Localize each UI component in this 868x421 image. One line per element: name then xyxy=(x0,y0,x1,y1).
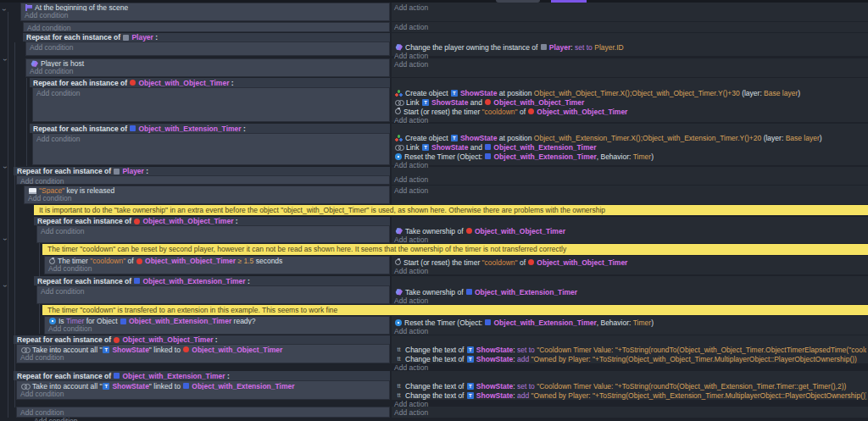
add-action-button[interactable]: Add action xyxy=(394,296,428,306)
add-condition-button[interactable]: Add condition xyxy=(27,24,389,32)
condition-begin-scene[interactable]: At the beginning of the scene xyxy=(25,4,389,11)
add-action-button[interactable]: Add action xyxy=(394,3,428,13)
condition-linked-showstate[interactable]: Take into account all "ShowState" linked… xyxy=(20,382,389,390)
text-segment: Object_with_Object_Timer xyxy=(138,79,229,87)
add-action-button[interactable]: Add action xyxy=(394,408,428,418)
add-condition-button[interactable]: Add condition xyxy=(28,194,389,203)
repeat-object-timer-header[interactable]: Repeat for each instance of Object_with_… xyxy=(14,335,390,344)
add-condition-button[interactable]: Add condition xyxy=(30,67,389,76)
action-link-showstate[interactable]: Link ShowState and Object_with_Object_Ti… xyxy=(394,97,866,107)
add-condition-button[interactable]: Add condition xyxy=(48,264,389,274)
action-reset-timer[interactable]: Reset the Timer (Object: Object_with_Ext… xyxy=(394,152,866,161)
add-action-button[interactable]: Add action xyxy=(394,23,428,32)
add-action-button[interactable]: Add action xyxy=(394,186,428,196)
text-segment: Start (or reset) the timer xyxy=(403,258,482,267)
text-segment: at position xyxy=(497,89,533,97)
text-segment: and xyxy=(468,98,484,107)
tt-icon xyxy=(395,383,403,390)
text-segment: Take ownership of xyxy=(405,288,465,296)
text-segment: Base layer xyxy=(764,89,798,97)
action-link-showstate[interactable]: Link ShowState and Object_with_Extension… xyxy=(394,142,866,152)
collapse-chevron-icon[interactable] xyxy=(2,58,8,65)
add-condition-button[interactable]: Add condition xyxy=(25,11,389,20)
repeat-object-timer-header[interactable]: Repeat for each instance of Object_with_… xyxy=(34,217,390,225)
create-icon xyxy=(395,90,403,97)
add-action-button[interactable]: Add action xyxy=(394,116,428,125)
add-condition-button[interactable]: Add condition xyxy=(41,287,389,296)
action-create-showstate[interactable]: Create object ShowState at position Obje… xyxy=(394,88,866,97)
add-condition-button[interactable]: Add condition xyxy=(30,43,389,53)
showstate-icon xyxy=(422,144,429,151)
collapse-chevron-icon[interactable] xyxy=(2,238,8,245)
add-action-button[interactable]: Add action xyxy=(394,175,428,185)
action-start-timer[interactable]: Start (or reset) the timer "cooldown" of… xyxy=(394,258,866,267)
add-condition-button[interactable]: Add condition xyxy=(20,390,389,399)
text-segment: "cooldown" xyxy=(482,108,518,116)
text-segment: Player is host xyxy=(41,60,84,67)
red-dot-icon xyxy=(528,259,534,265)
repeat-extension-timer-header[interactable]: Repeat for each instance of Object_with_… xyxy=(30,124,390,133)
text-segment: Link xyxy=(406,143,421,152)
add-action-button[interactable]: Add action xyxy=(394,363,428,373)
event-action-area xyxy=(392,58,868,77)
player-icon xyxy=(541,44,547,50)
text-segment: Object_with_Object_Timer xyxy=(475,227,565,235)
add-action-button[interactable]: Add action xyxy=(394,60,428,69)
add-condition-button[interactable]: Add condition xyxy=(20,177,389,185)
action-set-text[interactable]: Change the text of ShowState: set to "Co… xyxy=(394,345,866,354)
add-condition-button[interactable]: Add condition xyxy=(41,227,389,236)
text-segment: Object_with_Object_Timer xyxy=(493,98,584,107)
text-segment: Object_with_Extension_Timer xyxy=(138,125,241,133)
comment-timer-reset-note[interactable]: The timer "cooldown" can be reset by sec… xyxy=(42,244,868,255)
add-condition-button[interactable]: Add condition xyxy=(36,89,389,98)
add-action-button[interactable]: Add action xyxy=(394,327,428,336)
action-reset-timer[interactable]: Reset the Timer (Object: Object_with_Ext… xyxy=(394,318,866,327)
text-segment: Change the text of xyxy=(405,382,466,391)
showstate-icon xyxy=(451,135,458,141)
multiplayer-icon xyxy=(395,44,403,51)
comment-extension-note[interactable]: The timer "cooldown" is transfered to an… xyxy=(42,305,868,315)
text-segment: Timer xyxy=(66,318,84,324)
repeat-player-conditions: Add condition xyxy=(16,175,390,185)
condition-timer-threshold[interactable]: The timer "cooldown" of Object_with_Obje… xyxy=(48,258,389,264)
event-space-key: "Space" key is released Add condition xyxy=(24,186,390,204)
add-condition-button[interactable]: Add condition xyxy=(48,324,389,334)
action-take-ownership[interactable]: Take ownership of Object_with_Extension_… xyxy=(394,287,866,296)
text-segment: Object_with_Extension_Timer xyxy=(493,152,596,161)
text-segment: ) xyxy=(820,134,822,142)
action-take-ownership[interactable]: Take ownership of Object_with_Object_Tim… xyxy=(394,226,866,235)
blue-square-icon xyxy=(485,153,491,159)
add-condition-button[interactable]: Add condition xyxy=(36,135,389,144)
text-segment: : xyxy=(225,372,230,380)
condition-space-released[interactable]: "Space" key is released xyxy=(28,187,389,194)
condition-linked-showstate[interactable]: Take into account all "ShowState" linked… xyxy=(20,346,389,353)
repeat-player-header[interactable]: Repeat for each instance of Player : xyxy=(14,167,390,175)
text-segment: Object_with_Extension_Timer xyxy=(475,288,577,296)
red-dot-icon xyxy=(466,228,472,234)
collapse-chevron-icon[interactable] xyxy=(2,166,8,173)
collapse-chevron-icon[interactable] xyxy=(2,285,8,291)
add-condition-button[interactable]: Add condition xyxy=(20,353,389,363)
text-segment: Repeat for each instance of xyxy=(17,372,113,380)
comment-ownership-note[interactable]: It is important to do the "take ownershi… xyxy=(34,205,868,215)
action-append-text[interactable]: Change the text of ShowState: add "Owned… xyxy=(394,354,866,363)
collapse-chevron-icon[interactable] xyxy=(1,8,8,15)
condition-timer-ready[interactable]: Is Timer for Object Object_with_Extensio… xyxy=(48,318,389,324)
text-segment: "Owned by Player: "+ToString(Object_with… xyxy=(531,355,857,363)
condition-player-host[interactable]: Player is host xyxy=(30,60,389,67)
action-start-timer[interactable]: Start (or reset) the timer "cooldown" of… xyxy=(394,107,866,116)
repeat-extension-timer-header[interactable]: Repeat for each instance of Object_with_… xyxy=(14,371,390,380)
text-segment: Change the player owning the instance of xyxy=(405,43,540,52)
repeat-object-timer-header[interactable]: Repeat for each instance of Object_with_… xyxy=(30,78,390,87)
action-create-showstate[interactable]: Create object ShowState at position Obje… xyxy=(394,133,866,142)
action-set-text[interactable]: Change the text of ShowState: set to "Co… xyxy=(394,381,866,391)
action-change-owner[interactable]: Change the player owning the instance of… xyxy=(394,42,866,52)
action-append-text[interactable]: Change the text of ShowState: add "Owned… xyxy=(394,391,866,400)
repeat-player-header[interactable]: Repeat for each instance of Player : xyxy=(23,33,390,42)
repeat-extension-timer-header[interactable]: Repeat for each instance of Object_with_… xyxy=(34,276,390,285)
add-action-button[interactable]: Add action xyxy=(394,235,428,245)
add-action-button[interactable]: Add action xyxy=(394,161,428,170)
blue-square-icon xyxy=(183,383,189,389)
add-condition-button-clipped[interactable]: Add condition xyxy=(34,417,78,421)
add-action-button[interactable]: Add action xyxy=(394,267,428,276)
